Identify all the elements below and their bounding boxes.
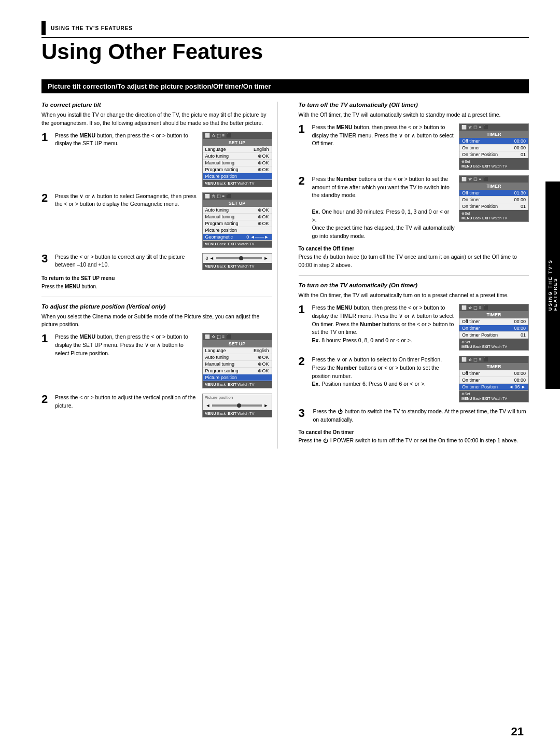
timer-title-4: TIMER	[459, 363, 528, 370]
menu-title-picpos: SET UP	[203, 340, 272, 347]
menu-title-geomag: SET UP	[203, 200, 272, 207]
step3-text: Press the < or > button to correct any t…	[55, 254, 185, 268]
timer-row-offtimer-4: Off timer00:00	[459, 370, 528, 377]
cancel-off-text: Press the ⏻ button twice (to turn off th…	[299, 253, 529, 270]
picpos-slider-knob	[237, 403, 241, 408]
off-step-number-2: 2	[299, 175, 308, 187]
on-timer-step3: 3 Press the ⏻ button to switch the TV to…	[299, 408, 529, 424]
timer-header-4: ⬜☆⬚≡⬛	[459, 356, 528, 363]
on-step3-content: Press the ⏻ button to switch the TV to s…	[313, 408, 529, 424]
on-step1-text: Press the MENU button, then press the < …	[312, 304, 454, 335]
menu-footer-3: MENU BackEXIT Watch TV	[203, 381, 272, 388]
step1b-text: Press the MENU button, then press the < …	[55, 333, 188, 356]
correct-tilt-step3: 3 Press the < or > button to correct any…	[41, 253, 272, 270]
menu-footer-1: MENU BackEXIT Watch TV	[203, 180, 272, 187]
on-timer-step1: 1 Press the MENU button, then press the …	[299, 304, 529, 351]
off-step2-continued: Once the preset time has elapsed, the TV…	[312, 225, 455, 239]
on-step2-text: Press the ∨ or ∧ button to select to On …	[312, 356, 442, 379]
timer-row-offtimer-1: Off timer00:00	[459, 138, 528, 145]
step3-content: Press the < or > button to correct any t…	[55, 253, 198, 270]
timer-title-2: TIMER	[459, 183, 528, 190]
menu-row-sort-3: Program sorting⊕OK	[203, 368, 272, 374]
right-column: To turn off the TV automatically (Off ti…	[293, 102, 529, 449]
on-step1-ex: Ex. 8 hours: Press 0, 8, 0 and 0 or < or…	[312, 337, 412, 343]
col-divider	[41, 297, 272, 297]
correct-tilt-intro: When you install the TV or change the di…	[41, 111, 272, 128]
timer-row-ontimer-1: On timer00:00	[459, 145, 528, 151]
section-label-text: USING THE TV'S FEATURES	[51, 25, 133, 31]
adjust-pos-step1: 1 Press the MENU button, then press the …	[41, 333, 272, 388]
on-step2-content: Press the ∨ or ∧ button to select to On …	[312, 356, 455, 388]
on-step1-content: Press the MENU button, then press the < …	[312, 304, 455, 345]
timer-box-4: ⬜☆⬚≡⬛ TIMER Off timer00:00 On timer08:00…	[459, 356, 529, 402]
timer-footer-1: ⊕Set MENU Back EXIT Watch TV	[459, 158, 528, 170]
timer-footer-2: ⊕Set MENU Back EXIT Watch TV	[459, 210, 528, 221]
on-timer-intro: With the On timer, the TV will automatic…	[299, 291, 529, 300]
menu-footer-2: MENU BackEXIT Watch TV	[203, 241, 272, 247]
step2b-text: Press the < or > button to adjust the ve…	[55, 394, 195, 409]
off-timer-intro: With the Off timer, the TV will automati…	[299, 111, 529, 119]
sidebar-text: USING THE TV'SFEATURES	[548, 259, 558, 311]
menu-row-auto-3: Auto tuning⊕OK	[203, 354, 272, 361]
step-number-3a: 3	[41, 253, 51, 264]
picpos-slider-footer: MENU BackEXIT Watch TV	[203, 410, 272, 417]
menu-row-picpos-3: Picture position	[203, 374, 272, 381]
adjust-pos-intro: When you select the Cinema mode or Subti…	[41, 313, 272, 329]
correct-tilt-step1: 1 Press the MENU button, then press the …	[41, 132, 272, 187]
cancel-on-heading: To cancel the On timer	[299, 429, 529, 435]
step-number-1b: 1	[41, 333, 51, 344]
page-container: USING THE TV'S FEATURES Using Other Feat…	[0, 0, 560, 754]
menu-row-geomag: Geomagnetic0 ◄——►	[203, 234, 272, 241]
menu-header-picpos: ⬜☆⬚≡⬛	[203, 333, 272, 340]
menu-row-lang-3: LanguageEnglish	[203, 347, 272, 354]
timer-box-2: ⬜☆⬚≡⬛ TIMER Off timer01:30 On timer00:00…	[459, 175, 529, 222]
on-timer-heading: To turn on the TV automatically (On time…	[299, 282, 529, 288]
off-timer-step2: 2 Press the Number buttons or the < or >…	[299, 175, 529, 241]
left-column: To correct picture tilt When you install…	[41, 102, 278, 449]
off-step1-text: Press the MENU button, then press the < …	[312, 124, 454, 147]
menu-row-man-3: Manual tuning⊕OK	[203, 361, 272, 368]
step-number-1: 1	[41, 132, 51, 143]
step1-content: Press the MENU button, then press the < …	[55, 132, 198, 148]
correct-tilt-heading: To correct picture tilt	[41, 102, 272, 108]
geomag-slider-box: 0 ◄ ► MENU BackEXIT Watch TV	[202, 253, 272, 270]
setup-menu-geomag: ⬜☆⬚≡⬛ SET UP Auto tuning⊕OK Manual tunin…	[202, 192, 272, 248]
timer-row-position-2: On timer Position01	[459, 203, 528, 210]
step2b-content: Press the < or > button to adjust the ve…	[55, 394, 198, 410]
step2-text: Press the ∨ or ∧ button to select Geomag…	[55, 193, 197, 207]
menu-row-picpos-2: Picture position	[203, 227, 272, 234]
on-step2-ex: Ex. Position number 6: Press 0 and 6 or …	[312, 381, 426, 387]
step-number-2a: 2	[41, 192, 51, 204]
off-step2-text: Press the Number buttons or the < or > b…	[312, 176, 450, 199]
page-number: 21	[511, 725, 524, 738]
menu-header-geomag: ⬜☆⬚≡⬛	[203, 193, 272, 200]
timer-footer-4: ⊕Set MENU Back EXIT Watch TV	[459, 390, 528, 402]
on-step-number-1: 1	[299, 304, 308, 315]
timer-header-1: ⬜☆⬚≡⬛	[459, 124, 528, 131]
picpos-slider-box: Picture position ◄ ► MENU BackEXIT Watch…	[202, 394, 272, 417]
on-step3-text: Press the ⏻ button to switch the TV to s…	[313, 408, 526, 423]
two-column-layout: To correct picture tilt When you install…	[41, 102, 529, 449]
menu-row-picpos: Picture position	[203, 173, 272, 180]
menu-row-sorting: Program sorting⊕OK	[203, 166, 272, 173]
adjust-pos-heading: To adjust the picture position (Vertical…	[41, 303, 272, 310]
off-step2-ex: Ex. One hour and 30 minutes: Press 0, 1,…	[312, 208, 450, 223]
return-note-heading: To return to the SET UP menu	[41, 275, 272, 281]
off-step2-content: Press the Number buttons or the < or > b…	[312, 175, 455, 241]
return-note-body: Press the MENU button.	[41, 283, 272, 290]
timer-header-3: ⬜☆⬚≡⬛	[459, 304, 528, 311]
correct-tilt-step2: 2 Press the ∨ or ∧ button to select Geom…	[41, 192, 272, 248]
step1-text: Press the MENU button, then press the < …	[55, 132, 188, 147]
menu-header-icons: ⬜☆⬚≡⬛	[203, 132, 272, 139]
timer-box-1: ⬜☆⬚≡⬛ TIMER Off timer00:00 On timer00:00…	[459, 123, 529, 170]
adjust-pos-step2: 2 Press the < or > button to adjust the …	[41, 394, 272, 417]
setup-menu-1: ⬜☆⬚≡⬛ SET UP LanguageEnglish Auto tuning…	[202, 132, 272, 187]
off-timer-heading: To turn off the TV automatically (Off ti…	[299, 102, 529, 108]
timer-row-offtimer-2: Off timer01:30	[459, 190, 528, 197]
on-step-number-2: 2	[299, 356, 308, 367]
step-number-2b: 2	[41, 394, 51, 405]
timer-row-ontimer-4: On timer08:00	[459, 377, 528, 384]
geomag-slider-footer: MENU BackEXIT Watch TV	[203, 263, 272, 270]
timer-footer-3: ⊕Set MENU Back EXIT Watch TV	[459, 339, 528, 350]
timer-row-position-4: On timer Position◄ 06 ►	[459, 384, 528, 390]
